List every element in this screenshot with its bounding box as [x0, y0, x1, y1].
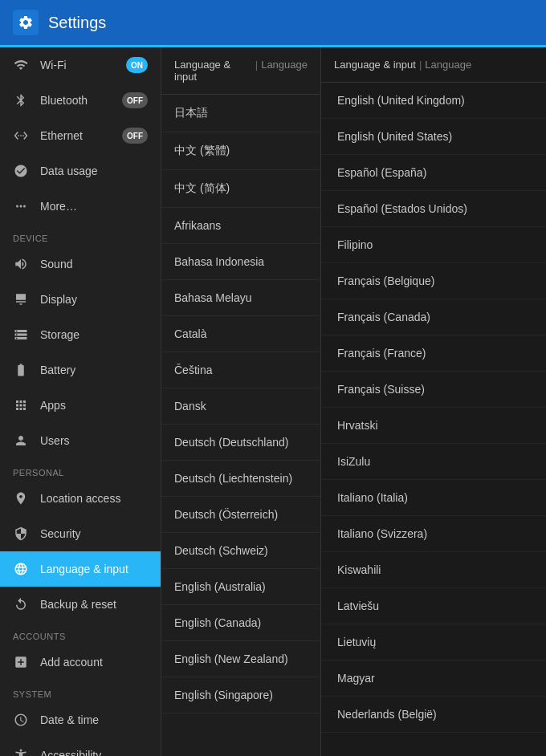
sidebar-item-apps-label: Apps — [40, 399, 66, 412]
sidebar-item-date-time[interactable]: Date & time — [0, 702, 161, 738]
right-lang-item[interactable]: IsiZulu — [321, 444, 546, 480]
sidebar-item-bluetooth-label: Bluetooth — [40, 94, 88, 107]
right-lang-item[interactable]: Français (Suisse) — [321, 372, 546, 408]
sidebar-item-battery[interactable]: Battery — [0, 352, 161, 388]
right-panel-header: Language & input | Language — [321, 47, 546, 83]
sidebar-item-language-label: Language & input — [40, 563, 128, 575]
accounts-section-label: ACCOUNTS — [0, 622, 161, 644]
language-icon — [13, 561, 29, 577]
right-lang-item[interactable]: Français (Belgique) — [321, 263, 546, 299]
sidebar-item-bluetooth[interactable]: Bluetooth OFF — [0, 83, 161, 118]
sidebar-item-language[interactable]: Language & input — [0, 551, 161, 587]
sidebar-item-display-label: Display — [40, 293, 77, 306]
data-usage-icon — [13, 163, 29, 179]
main-content: Wi-Fi ON Bluetooth OFF Ethernet OFF Data… — [0, 47, 546, 756]
sidebar-item-wifi[interactable]: Wi-Fi ON — [0, 47, 161, 83]
middle-lang-item[interactable]: Dansk — [161, 388, 320, 425]
page-title: Settings — [48, 14, 106, 32]
system-section-label: SYSTEM — [0, 680, 161, 702]
sidebar-item-more[interactable]: More… — [0, 189, 161, 224]
sidebar: Wi-Fi ON Bluetooth OFF Ethernet OFF Data… — [0, 47, 161, 756]
middle-lang-item[interactable]: Bahasa Indonesia — [161, 244, 320, 280]
sidebar-item-ethernet[interactable]: Ethernet OFF — [0, 118, 161, 153]
middle-header-main: Language & input — [174, 59, 252, 83]
top-bar: Settings — [0, 0, 546, 45]
right-lang-item[interactable]: Filipino — [321, 227, 546, 263]
sidebar-item-backup[interactable]: Backup & reset — [0, 587, 161, 622]
middle-lang-item[interactable]: Deutsch (Schweiz) — [161, 533, 320, 569]
ethernet-toggle[interactable]: OFF — [122, 128, 148, 144]
wifi-icon — [13, 57, 29, 73]
right-panel: Language & input | Language English (Uni… — [321, 47, 546, 756]
right-lang-item[interactable]: Lietuvių — [321, 624, 546, 660]
settings-icon — [13, 10, 39, 35]
right-lang-item[interactable]: Magyar — [321, 660, 546, 697]
middle-lang-item[interactable]: Afrikaans — [161, 208, 320, 244]
sidebar-item-security[interactable]: Security — [0, 516, 161, 551]
sidebar-item-accessibility[interactable]: Accessibility — [0, 738, 161, 756]
right-lang-item[interactable]: English (United States) — [321, 119, 546, 155]
sidebar-item-sound-label: Sound — [40, 258, 72, 270]
right-lang-item[interactable]: Italiano (Italia) — [321, 480, 546, 516]
middle-lang-item[interactable]: Deutsch (Deutschland) — [161, 425, 320, 461]
right-lang-item[interactable]: Latviešu — [321, 588, 546, 624]
personal-section-label: PERSONAL — [0, 458, 161, 481]
sidebar-item-backup-label: Backup & reset — [40, 598, 116, 611]
middle-lang-item[interactable]: 中文 (繁體) — [161, 132, 320, 170]
middle-header-sub: Language — [261, 59, 308, 83]
users-icon — [13, 433, 29, 449]
sidebar-item-add-account-label: Add account — [40, 656, 103, 669]
sidebar-item-more-label: More… — [40, 200, 77, 213]
right-lang-item[interactable]: Français (Canada) — [321, 299, 546, 335]
sidebar-item-accessibility-label: Accessibility — [40, 749, 101, 756]
middle-lang-item[interactable]: Deutsch (Österreich) — [161, 497, 320, 533]
sidebar-item-data-usage[interactable]: Data usage — [0, 153, 161, 189]
sidebar-item-wifi-label: Wi-Fi — [40, 59, 67, 71]
apps-icon — [13, 397, 29, 413]
middle-lang-item[interactable]: English (New Zealand) — [161, 641, 320, 677]
sidebar-item-storage[interactable]: Storage — [0, 317, 161, 352]
sidebar-item-add-account[interactable]: Add account — [0, 644, 161, 680]
sidebar-item-location[interactable]: Location access — [0, 481, 161, 516]
right-language-list: English (United Kingdom)English (United … — [321, 83, 546, 733]
right-lang-item[interactable]: Hrvatski — [321, 408, 546, 444]
location-icon — [13, 490, 29, 506]
battery-icon — [13, 362, 29, 378]
sidebar-item-display[interactable]: Display — [0, 282, 161, 317]
middle-lang-item[interactable]: English (Australia) — [161, 569, 320, 605]
sidebar-item-data-usage-label: Data usage — [40, 165, 98, 177]
time-icon — [13, 712, 29, 728]
middle-lang-item[interactable]: 日本語 — [161, 95, 320, 132]
wifi-toggle[interactable]: ON — [126, 57, 148, 73]
right-lang-item[interactable]: Español (Estados Unidos) — [321, 191, 546, 227]
display-icon — [13, 291, 29, 307]
sidebar-item-apps[interactable]: Apps — [0, 388, 161, 423]
middle-lang-item[interactable]: 中文 (简体) — [161, 170, 320, 208]
sidebar-item-sound[interactable]: Sound — [0, 246, 161, 282]
bluetooth-toggle[interactable]: OFF — [122, 92, 148, 108]
middle-lang-item[interactable]: Bahasa Melayu — [161, 280, 320, 316]
more-icon — [13, 198, 29, 214]
backup-icon — [13, 596, 29, 612]
right-header-sep: | — [419, 59, 422, 71]
sidebar-item-storage-label: Storage — [40, 328, 79, 341]
right-lang-item[interactable]: Italiano (Svizzera) — [321, 516, 546, 552]
right-lang-item[interactable]: Français (France) — [321, 335, 546, 372]
sidebar-item-date-time-label: Date & time — [40, 713, 99, 726]
bluetooth-icon — [13, 92, 29, 108]
sidebar-item-security-label: Security — [40, 527, 81, 540]
right-lang-item[interactable]: Nederlands (België) — [321, 697, 546, 733]
middle-lang-item[interactable]: Català — [161, 316, 320, 352]
right-lang-item[interactable]: Español (España) — [321, 155, 546, 191]
sidebar-item-battery-label: Battery — [40, 364, 75, 376]
sidebar-item-location-label: Location access — [40, 492, 120, 505]
middle-lang-item[interactable]: English (Singapore) — [161, 677, 320, 713]
right-lang-item[interactable]: English (United Kingdom) — [321, 83, 546, 119]
accessibility-icon — [13, 747, 29, 756]
sidebar-item-ethernet-label: Ethernet — [40, 129, 83, 142]
middle-lang-item[interactable]: Deutsch (Liechtenstein) — [161, 461, 320, 497]
sidebar-item-users[interactable]: Users — [0, 423, 161, 458]
middle-lang-item[interactable]: English (Canada) — [161, 605, 320, 641]
right-lang-item[interactable]: Kiswahili — [321, 552, 546, 588]
middle-lang-item[interactable]: Čeština — [161, 352, 320, 388]
